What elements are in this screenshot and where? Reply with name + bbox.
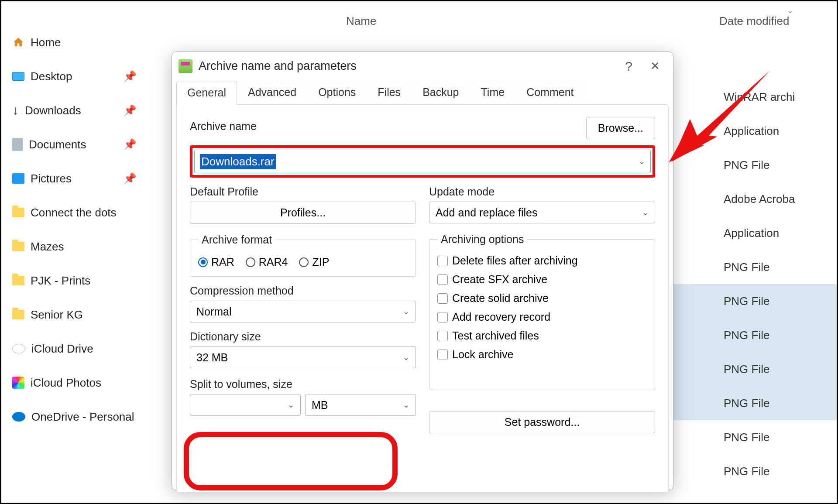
tab-files[interactable]: Files	[367, 80, 412, 104]
sidebar-item-folder[interactable]: Mazes	[12, 230, 154, 264]
option-checkbox[interactable]: Create solid archive	[437, 292, 647, 305]
sidebar-label: Senior KG	[31, 308, 83, 322]
sidebar-item-icloud-photos[interactable]: iCloud Photos	[12, 366, 154, 400]
archive-format-legend: Archive format	[198, 233, 275, 246]
tab-comment[interactable]: Comment	[515, 80, 584, 104]
file-row[interactable]: PNG File	[673, 454, 837, 488]
file-row[interactable]: PNG File	[673, 250, 837, 284]
chevron-down-icon: ⌄	[403, 307, 409, 316]
file-type: PNG File	[724, 295, 769, 308]
sidebar-item-documents[interactable]: Documents 📌	[12, 127, 154, 161]
file-type: Application	[724, 124, 779, 138]
archive-name-highlight: Downloads.rar ⌄	[190, 145, 655, 178]
sidebar-item-desktop[interactable]: Desktop 📌	[12, 59, 154, 93]
profiles-button[interactable]: Profiles...	[190, 202, 416, 224]
compression-value: Normal	[196, 305, 232, 318]
chevron-down-icon: ⌄	[642, 208, 649, 217]
radio-icon	[299, 257, 309, 267]
sidebar-item-icloud-drive[interactable]: iCloud Drive	[12, 332, 154, 366]
pin-icon: 📌	[124, 172, 137, 185]
file-row[interactable]: PNG File	[673, 284, 837, 318]
sidebar-label: Documents	[29, 138, 86, 151]
column-name[interactable]: Name	[346, 14, 376, 28]
tab-time[interactable]: Time	[470, 80, 516, 104]
tab-general[interactable]: General	[176, 81, 237, 105]
tab-advanced[interactable]: Advanced	[237, 80, 307, 104]
sidebar-label: OneDrive - Personal	[31, 410, 134, 424]
file-row[interactable]: Adobe Acroba	[673, 182, 837, 216]
pictures-icon	[12, 173, 24, 184]
archiving-options-group: Archiving options Delete files after arc…	[429, 233, 655, 390]
pin-icon: 📌	[124, 138, 137, 151]
download-icon: ↓	[12, 103, 19, 118]
update-mode-value: Add and replace files	[436, 206, 537, 219]
option-checkbox[interactable]: Test archived files	[437, 329, 647, 342]
pin-icon: 📌	[124, 104, 137, 117]
compression-select[interactable]: Normal ⌄	[190, 301, 416, 322]
split-size-field[interactable]: ⌄	[190, 394, 301, 416]
file-type: PNG File	[724, 465, 769, 478]
tab-options[interactable]: Options	[307, 80, 367, 104]
sidebar-item-pictures[interactable]: Pictures 📌	[12, 161, 154, 195]
dictionary-label: Dictionary size	[190, 330, 416, 343]
archive-format-group: Archive format RARRAR4ZIP	[190, 233, 416, 277]
update-mode-label: Update mode	[429, 185, 655, 198]
chevron-down-icon: ⌄	[403, 353, 409, 362]
radio-icon	[198, 257, 208, 267]
radio-icon	[246, 257, 255, 267]
help-button[interactable]: ?	[620, 59, 638, 74]
sidebar-item-home[interactable]: Home	[12, 25, 154, 59]
file-type: WinRAR archi	[724, 90, 795, 104]
file-type: PNG File	[724, 431, 769, 444]
option-checkbox[interactable]: Delete files after archiving	[437, 254, 647, 267]
update-mode-select[interactable]: Add and replace files ⌄	[429, 202, 655, 223]
close-button[interactable]: ✕	[644, 59, 666, 73]
dictionary-select[interactable]: 32 MB ⌄	[190, 346, 416, 368]
folder-icon	[12, 276, 24, 285]
archive-name-label: Archive name	[190, 120, 257, 133]
file-row[interactable]: PNG File	[673, 352, 837, 386]
tab-backup[interactable]: Backup	[412, 80, 470, 104]
checkbox-icon	[437, 350, 448, 360]
file-row[interactable]: PNG File	[673, 318, 837, 352]
option-checkbox[interactable]: Create SFX archive	[437, 273, 647, 286]
sidebar-item-downloads[interactable]: ↓ Downloads 📌	[12, 93, 154, 127]
browse-button[interactable]: Browse...	[586, 117, 655, 139]
file-row[interactable]: Application	[673, 114, 837, 148]
dialog-titlebar: Archive name and parameters ? ✕	[172, 52, 673, 80]
sidebar-label: Desktop	[31, 70, 72, 83]
sidebar-label: iCloud Drive	[31, 342, 93, 356]
chevron-down-icon: ⌄	[288, 400, 294, 410]
file-row[interactable]: Application	[673, 216, 837, 250]
file-row[interactable]: PNG File	[673, 386, 837, 420]
option-checkbox[interactable]: Add recovery record	[437, 311, 647, 323]
cloud-icon	[12, 344, 25, 353]
dictionary-value: 32 MB	[196, 351, 228, 364]
column-date[interactable]: Date modified	[719, 14, 789, 28]
archiving-options-legend: Archiving options	[437, 233, 527, 246]
sidebar-item-onedrive[interactable]: OneDrive - Personal	[12, 400, 154, 434]
option-checkbox[interactable]: Lock archive	[437, 348, 647, 361]
file-row[interactable]: PNG File	[673, 148, 837, 182]
archive-name-field[interactable]: Downloads.rar ⌄	[194, 150, 651, 173]
split-unit-select[interactable]: MB ⌄	[305, 394, 416, 416]
file-type: PNG File	[724, 363, 769, 376]
default-profile-label: Default Profile	[190, 185, 416, 198]
format-radio-zip[interactable]: ZIP	[299, 256, 329, 268]
format-radio-rar[interactable]: RAR	[198, 256, 234, 268]
set-password-button[interactable]: Set password...	[429, 411, 655, 433]
sidebar-item-folder[interactable]: Connect the dots	[12, 195, 154, 230]
file-type: Application	[724, 226, 779, 240]
checkbox-icon	[437, 312, 448, 322]
split-label: Split to volumes, size	[190, 378, 416, 391]
sidebar-item-folder[interactable]: PJK - Prints	[12, 264, 154, 298]
sidebar-label: Home	[31, 36, 61, 49]
checkbox-icon	[437, 256, 448, 266]
winrar-icon	[179, 59, 192, 73]
sidebar-item-folder[interactable]: Senior KG	[12, 298, 154, 332]
format-radio-rar4[interactable]: RAR4	[246, 256, 288, 268]
file-row[interactable]: WinRAR archi	[673, 80, 837, 114]
file-type: PNG File	[724, 158, 769, 172]
archive-dialog: Archive name and parameters ? ✕ GeneralA…	[172, 51, 673, 490]
file-row[interactable]: PNG File	[673, 420, 837, 454]
